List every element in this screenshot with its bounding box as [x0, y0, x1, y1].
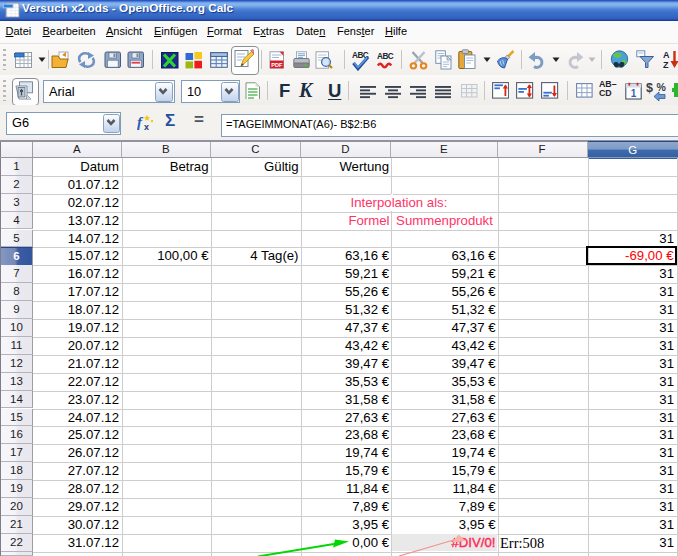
svg-text:1: 1 [630, 88, 636, 99]
svg-text:Z: Z [663, 60, 669, 70]
svg-text:$: $ [646, 81, 653, 95]
svg-text:A: A [663, 50, 670, 60]
svg-text:%: % [657, 81, 667, 93]
svg-text:PDF: PDF [271, 62, 283, 68]
svg-text:x: x [144, 122, 149, 132]
svg-text:f: f [137, 114, 144, 130]
svg-text:ABC: ABC [377, 52, 394, 61]
